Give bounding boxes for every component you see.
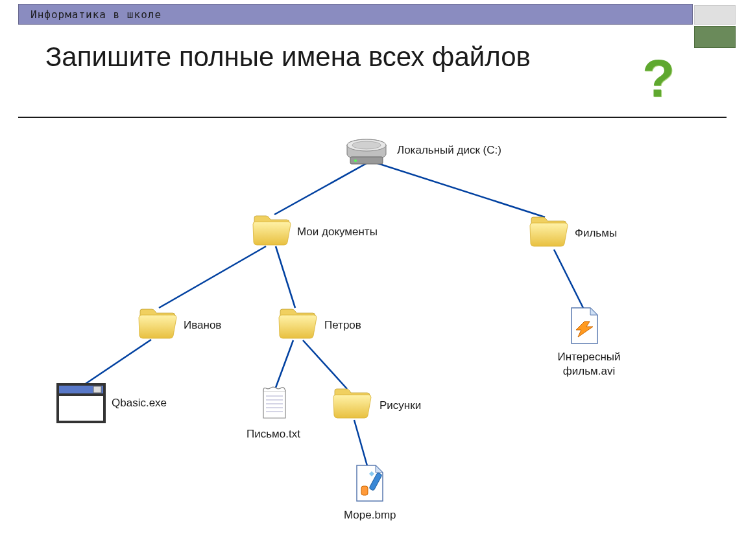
- decor-block-green: [694, 26, 736, 48]
- svg-rect-16: [93, 386, 101, 393]
- svg-line-4: [82, 340, 151, 386]
- svg-point-11: [352, 141, 381, 149]
- header-text: Информатика в школе: [30, 8, 162, 21]
- svg-line-7: [354, 420, 368, 468]
- bitmap-file-icon: [354, 463, 386, 506]
- svg-line-8: [554, 250, 584, 309]
- svg-line-0: [274, 163, 367, 215]
- svg-line-5: [276, 340, 293, 388]
- slide-title: Запишите полные имена всех файлов: [45, 40, 629, 75]
- title-text: Запишите полные имена всех файлов: [45, 40, 629, 75]
- hard-disk-icon: [344, 137, 389, 170]
- folder-icon: [138, 306, 178, 344]
- svg-line-3: [276, 246, 295, 308]
- svg-line-1: [378, 163, 545, 217]
- file-tree-diagram: Локальный диск (С:) Мои документы Фильмы…: [0, 130, 746, 557]
- svg-line-6: [303, 340, 347, 389]
- svg-line-2: [159, 246, 266, 308]
- folder-icon: [332, 386, 372, 423]
- video-file-icon: [568, 306, 601, 349]
- decor-block-top: [694, 5, 736, 25]
- svg-point-13: [354, 159, 357, 162]
- folder-icon: [252, 213, 292, 250]
- folder-icon: [529, 214, 569, 251]
- header-bar: Информатика в школе: [18, 4, 693, 25]
- text-file-icon: [259, 384, 291, 425]
- svg-rect-22: [361, 486, 368, 495]
- application-icon: [56, 382, 106, 426]
- folder-icon: [278, 306, 318, 344]
- title-underline: [18, 117, 727, 118]
- question-mark-icon: ?: [642, 48, 675, 109]
